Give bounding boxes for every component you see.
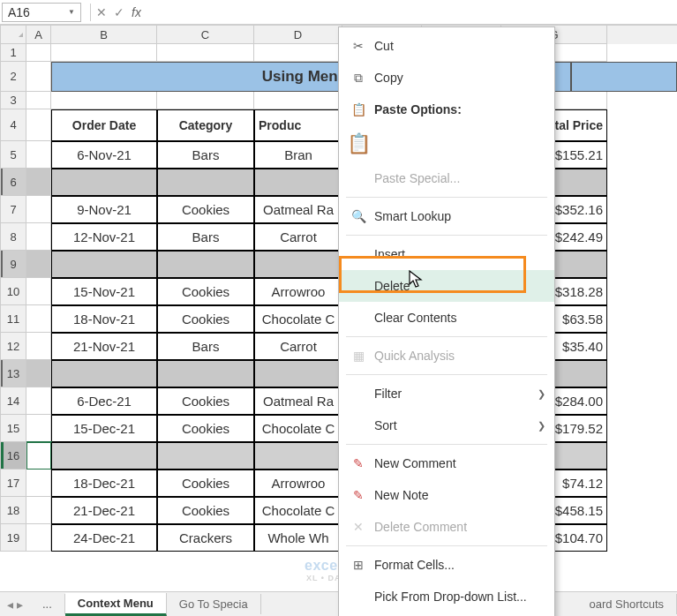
tab-go-to-special[interactable]: Go To Specia xyxy=(167,594,261,614)
row-header-6[interactable]: 6 xyxy=(0,169,26,196)
cell-product[interactable]: Chocolate C xyxy=(254,415,342,442)
cm-pick-list[interactable]: Pick From Drop-down List... xyxy=(339,581,554,612)
cell-order-date[interactable]: 6-Dec-21 xyxy=(51,387,157,415)
cell[interactable] xyxy=(26,141,51,169)
cm-smart-lookup[interactable]: 🔍Smart Lookup xyxy=(339,200,554,232)
cell-order-date[interactable]: 6-Nov-21 xyxy=(51,141,157,169)
cell[interactable] xyxy=(157,92,254,109)
cm-paste-default[interactable]: 📋 xyxy=(339,125,554,162)
cell-order-date[interactable]: 12-Nov-21 xyxy=(51,223,157,251)
row-header-10[interactable]: 10 xyxy=(0,278,26,305)
row-header-7[interactable]: 7 xyxy=(0,196,26,223)
row-header-5[interactable]: 5 xyxy=(0,141,26,169)
cm-cut[interactable]: ✂Cut xyxy=(339,30,554,62)
cell[interactable] xyxy=(51,44,157,62)
cell-order-date[interactable] xyxy=(51,360,157,387)
cell-category[interactable]: Cookies xyxy=(157,196,254,223)
cell-product[interactable]: Whole Wh xyxy=(254,524,342,552)
cell-product[interactable]: Chocolate C xyxy=(254,305,342,333)
cell[interactable] xyxy=(26,223,51,251)
cell[interactable] xyxy=(26,305,51,333)
col-header-D[interactable]: D xyxy=(254,26,342,44)
cell-order-date[interactable]: 15-Nov-21 xyxy=(51,278,157,305)
hdr-product[interactable]: Produc xyxy=(254,109,342,141)
cell[interactable] xyxy=(571,62,677,92)
col-header-C[interactable]: C xyxy=(157,26,254,44)
row-header-18[interactable]: 18 xyxy=(0,497,26,524)
cell[interactable] xyxy=(26,109,51,141)
cm-filter[interactable]: Filter❯ xyxy=(339,378,554,409)
cell[interactable] xyxy=(254,44,342,62)
cell-product[interactable]: Arrowroo xyxy=(254,470,342,497)
cm-new-note[interactable]: ✎New Note xyxy=(339,479,554,511)
cell[interactable] xyxy=(26,360,51,387)
fx-icon[interactable]: fx xyxy=(132,5,141,19)
cell-product[interactable]: Bran xyxy=(254,141,342,169)
cm-sort[interactable]: Sort❯ xyxy=(339,409,554,441)
cancel-icon[interactable]: ✕ xyxy=(96,5,107,19)
cell[interactable] xyxy=(26,497,51,524)
triangle-left-icon[interactable]: ◂ xyxy=(7,597,13,612)
cm-format-cells[interactable]: ⊞Format Cells... xyxy=(339,549,554,581)
cell-order-date[interactable]: 24-Dec-21 xyxy=(51,524,157,552)
cell-order-date[interactable]: 21-Dec-21 xyxy=(51,497,157,524)
row-header-11[interactable]: 11 xyxy=(0,305,26,333)
row-header-2[interactable]: 2 xyxy=(0,62,26,92)
cell-category[interactable]: Cookies xyxy=(157,305,254,333)
cell-category[interactable]: Crackers xyxy=(157,524,254,552)
row-header-4[interactable]: 4 xyxy=(0,109,26,141)
cell-product[interactable]: Oatmeal Ra xyxy=(254,196,342,223)
select-all-corner[interactable] xyxy=(0,26,26,44)
cm-copy[interactable]: ⧉Copy xyxy=(339,62,554,94)
cell-order-date[interactable]: 9-Nov-21 xyxy=(51,196,157,223)
formula-bar-input[interactable] xyxy=(141,4,677,21)
name-box[interactable]: A16 ▼ xyxy=(2,3,81,22)
cell-category[interactable]: Cookies xyxy=(157,497,254,524)
cm-clear-contents[interactable]: Clear Contents xyxy=(339,302,554,334)
cell-order-date[interactable]: 18-Nov-21 xyxy=(51,305,157,333)
cell[interactable] xyxy=(26,442,51,470)
row-header-16[interactable]: 16 xyxy=(0,442,26,470)
cell-product[interactable]: Carrot xyxy=(254,333,342,360)
row-header-12[interactable]: 12 xyxy=(0,333,26,360)
col-header-A[interactable]: A xyxy=(26,26,51,44)
cell-product[interactable]: Carrot xyxy=(254,223,342,251)
cell-product[interactable]: Oatmeal Ra xyxy=(254,387,342,415)
cell-category[interactable]: Cookies xyxy=(157,470,254,497)
cell-product[interactable]: Arrowroo xyxy=(254,278,342,305)
cell-product[interactable] xyxy=(254,169,342,196)
row-header-1[interactable]: 1 xyxy=(0,44,26,62)
tab-more[interactable]: ... xyxy=(30,594,65,614)
row-header-14[interactable]: 14 xyxy=(0,387,26,415)
cell[interactable] xyxy=(26,44,51,62)
cell[interactable] xyxy=(26,196,51,223)
cell[interactable] xyxy=(26,251,51,278)
cell-order-date[interactable]: 15-Dec-21 xyxy=(51,415,157,442)
cell-category[interactable]: Cookies xyxy=(157,278,254,305)
hdr-order-date[interactable]: Order Date xyxy=(51,109,157,141)
row-header-19[interactable]: 19 xyxy=(0,524,26,552)
cell[interactable] xyxy=(26,92,51,109)
cm-define-name[interactable]: Define Name... xyxy=(339,612,554,616)
tab-context-menu[interactable]: Context Menu xyxy=(65,593,167,616)
cell-order-date[interactable]: 21-Nov-21 xyxy=(51,333,157,360)
cell-product[interactable]: Chocolate C xyxy=(254,497,342,524)
cell-category[interactable] xyxy=(157,442,254,470)
cm-delete[interactable]: Delete xyxy=(339,270,554,302)
cell-order-date[interactable]: 18-Dec-21 xyxy=(51,470,157,497)
cell[interactable] xyxy=(26,415,51,442)
triangle-right-icon[interactable]: ▸ xyxy=(17,597,23,612)
cell-product[interactable] xyxy=(254,360,342,387)
sheet-nav[interactable]: ◂ ▸ xyxy=(0,597,30,612)
cell-category[interactable]: Bars xyxy=(157,223,254,251)
row-header-3[interactable]: 3 xyxy=(0,92,26,109)
tab-shortcuts[interactable]: oard Shortcuts xyxy=(576,594,677,614)
cell-order-date[interactable] xyxy=(51,251,157,278)
cell-order-date[interactable] xyxy=(51,169,157,196)
cell[interactable] xyxy=(254,92,342,109)
cell-category[interactable]: Cookies xyxy=(157,415,254,442)
cell[interactable] xyxy=(157,44,254,62)
cell-category[interactable]: Bars xyxy=(157,333,254,360)
cm-new-comment[interactable]: ✎New Comment xyxy=(339,447,554,479)
cell-product[interactable] xyxy=(254,251,342,278)
